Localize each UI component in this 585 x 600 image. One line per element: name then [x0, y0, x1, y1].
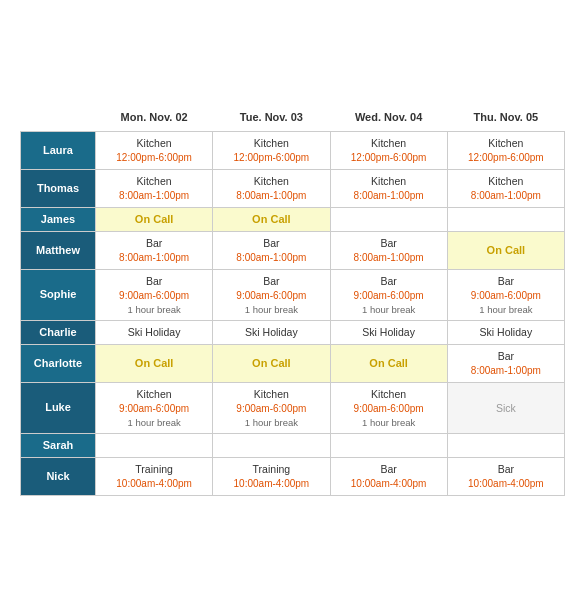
schedule-cell — [96, 433, 213, 457]
table-row: NickTraining10:00am-4:00pmTraining10:00a… — [21, 458, 565, 496]
schedule-cell: Ski Holiday — [447, 320, 564, 344]
shift-time: 8:00am-1:00pm — [99, 189, 209, 203]
name-cell: Sarah — [21, 433, 96, 457]
table-row: LukeKitchen9:00am-6:00pm1 hour breakKitc… — [21, 382, 565, 433]
shift-title: Bar — [99, 236, 209, 251]
shift-title: Kitchen — [334, 387, 444, 402]
shift-title: Training — [216, 462, 326, 477]
shift-break: 1 hour break — [99, 303, 209, 316]
shift-time: 12:00pm-6:00pm — [451, 151, 561, 165]
shift-time: 12:00pm-6:00pm — [99, 151, 209, 165]
shift-time: 8:00am-1:00pm — [451, 364, 561, 378]
header-wed: Wed. Nov. 04 — [330, 104, 447, 132]
schedule-cell: Kitchen12:00pm-6:00pm — [96, 132, 213, 170]
shift-title: Bar — [451, 462, 561, 477]
name-cell: Sophie — [21, 269, 96, 320]
table-row: MatthewBar8:00am-1:00pmBar8:00am-1:00pmB… — [21, 232, 565, 270]
table-row: SophieBar9:00am-6:00pm1 hour breakBar9:0… — [21, 269, 565, 320]
shift-title: Kitchen — [216, 174, 326, 189]
name-cell: Charlotte — [21, 345, 96, 383]
table-row: Sarah — [21, 433, 565, 457]
schedule-cell: Bar9:00am-6:00pm1 hour break — [213, 269, 330, 320]
table-row: LauraKitchen12:00pm-6:00pmKitchen12:00pm… — [21, 132, 565, 170]
shift-break: 1 hour break — [451, 303, 561, 316]
shift-title: Kitchen — [99, 174, 209, 189]
shift-title: Kitchen — [99, 387, 209, 402]
schedule-cell: Ski Holiday — [96, 320, 213, 344]
shift-title: Bar — [451, 274, 561, 289]
schedule-cell: Bar8:00am-1:00pm — [447, 345, 564, 383]
shift-title: Kitchen — [451, 174, 561, 189]
shift-break: 1 hour break — [216, 416, 326, 429]
schedule-cell: On Call — [330, 345, 447, 383]
shift-time: 8:00am-1:00pm — [451, 189, 561, 203]
schedule-cell: On Call — [213, 207, 330, 231]
shift-time: 9:00am-6:00pm — [99, 289, 209, 303]
shift-time: 9:00am-6:00pm — [216, 402, 326, 416]
schedule-cell: Kitchen8:00am-1:00pm — [330, 170, 447, 208]
table-row: ThomasKitchen8:00am-1:00pmKitchen8:00am-… — [21, 170, 565, 208]
schedule-cell: Bar8:00am-1:00pm — [96, 232, 213, 270]
schedule-cell: Bar10:00am-4:00pm — [447, 458, 564, 496]
shift-time: 8:00am-1:00pm — [99, 251, 209, 265]
schedule-cell — [447, 207, 564, 231]
schedule-cell: Kitchen8:00am-1:00pm — [447, 170, 564, 208]
schedule-table: Mon. Nov. 02 Tue. Nov. 03 Wed. Nov. 04 T… — [20, 104, 565, 496]
shift-time: 9:00am-6:00pm — [451, 289, 561, 303]
schedule-cell: Ski Holiday — [213, 320, 330, 344]
schedule-cell: Kitchen8:00am-1:00pm — [213, 170, 330, 208]
shift-time: 10:00am-4:00pm — [99, 477, 209, 491]
schedule-cell: Bar10:00am-4:00pm — [330, 458, 447, 496]
schedule-cell — [447, 433, 564, 457]
shift-break: 1 hour break — [216, 303, 326, 316]
shift-title: Bar — [334, 274, 444, 289]
schedule-cell: On Call — [447, 232, 564, 270]
schedule-cell: Training10:00am-4:00pm — [213, 458, 330, 496]
schedule-cell: Kitchen8:00am-1:00pm — [96, 170, 213, 208]
shift-time: 12:00pm-6:00pm — [216, 151, 326, 165]
schedule-cell — [213, 433, 330, 457]
schedule-cell — [330, 433, 447, 457]
schedule-cell: Bar9:00am-6:00pm1 hour break — [447, 269, 564, 320]
shift-title: Bar — [99, 274, 209, 289]
shift-time: 8:00am-1:00pm — [334, 251, 444, 265]
schedule-cell: Bar9:00am-6:00pm1 hour break — [96, 269, 213, 320]
shift-title: Kitchen — [451, 136, 561, 151]
schedule-cell: Kitchen12:00pm-6:00pm — [330, 132, 447, 170]
schedule-cell: On Call — [96, 345, 213, 383]
shift-title: Bar — [334, 236, 444, 251]
header-mon: Mon. Nov. 02 — [96, 104, 213, 132]
shift-time: 10:00am-4:00pm — [451, 477, 561, 491]
header-name-col — [21, 104, 96, 132]
shift-time: 9:00am-6:00pm — [216, 289, 326, 303]
shift-title: Kitchen — [99, 136, 209, 151]
shift-time: 9:00am-6:00pm — [99, 402, 209, 416]
name-cell: Charlie — [21, 320, 96, 344]
shift-break: 1 hour break — [334, 303, 444, 316]
shift-title: Kitchen — [334, 136, 444, 151]
shift-title: Kitchen — [334, 174, 444, 189]
name-cell: Matthew — [21, 232, 96, 270]
schedule-cell — [330, 207, 447, 231]
schedule-cell: Training10:00am-4:00pm — [96, 458, 213, 496]
shift-title: Bar — [216, 274, 326, 289]
name-cell: Luke — [21, 382, 96, 433]
schedule-cell: Kitchen9:00am-6:00pm1 hour break — [213, 382, 330, 433]
schedule-cell: Kitchen12:00pm-6:00pm — [447, 132, 564, 170]
shift-time: 9:00am-6:00pm — [334, 402, 444, 416]
schedule-cell: Bar8:00am-1:00pm — [213, 232, 330, 270]
shift-time: 12:00pm-6:00pm — [334, 151, 444, 165]
table-row: CharlotteOn CallOn CallOn CallBar8:00am-… — [21, 345, 565, 383]
schedule-cell: Sick — [447, 382, 564, 433]
header-thu: Thu. Nov. 05 — [447, 104, 564, 132]
schedule-cell: Bar8:00am-1:00pm — [330, 232, 447, 270]
schedule-cell: On Call — [213, 345, 330, 383]
schedule-cell: Ski Holiday — [330, 320, 447, 344]
header-tue: Tue. Nov. 03 — [213, 104, 330, 132]
shift-time: 8:00am-1:00pm — [216, 251, 326, 265]
schedule-container: Mon. Nov. 02 Tue. Nov. 03 Wed. Nov. 04 T… — [20, 104, 565, 496]
shift-time: 10:00am-4:00pm — [216, 477, 326, 491]
schedule-cell: Kitchen9:00am-6:00pm1 hour break — [96, 382, 213, 433]
shift-title: Training — [99, 462, 209, 477]
shift-title: Kitchen — [216, 387, 326, 402]
